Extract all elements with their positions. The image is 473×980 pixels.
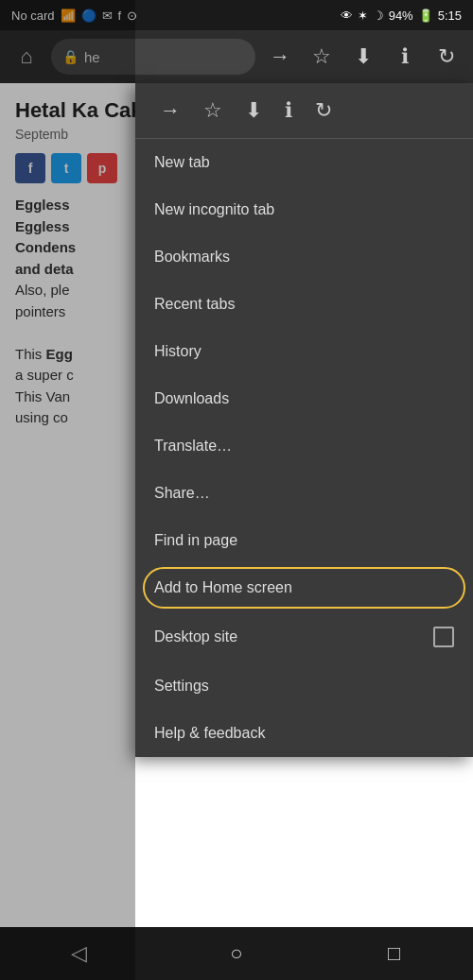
time-text: 5:15 xyxy=(438,9,462,23)
desktop-site-checkbox[interactable] xyxy=(433,627,454,647)
battery-text: 94% xyxy=(389,9,413,23)
bt-icon: ✶ xyxy=(358,9,368,23)
menu-item-history[interactable]: History xyxy=(135,328,473,375)
menu-info-icon[interactable]: ℹ xyxy=(275,93,302,129)
menu-item-recent-tabs[interactable]: Recent tabs xyxy=(135,281,473,328)
menu-item-translate-label: Translate… xyxy=(154,438,232,455)
menu-item-new-incognito-tab[interactable]: New incognito tab xyxy=(135,186,473,233)
menu-item-desktop-site-label: Desktop site xyxy=(154,628,237,645)
moon-icon: ☽ xyxy=(373,9,384,23)
menu-item-settings[interactable]: Settings xyxy=(135,662,473,710)
menu-item-settings-label: Settings xyxy=(154,678,209,695)
menu-item-help-feedback[interactable]: Help & feedback xyxy=(135,710,473,757)
eye-icon: 👁 xyxy=(341,9,353,23)
forward-button[interactable]: → xyxy=(263,44,297,69)
overlay-dim xyxy=(0,0,135,980)
menu-forward-icon[interactable]: → xyxy=(150,93,190,129)
battery-icon: 🔋 xyxy=(418,9,433,23)
menu-item-find-in-page[interactable]: Find in page xyxy=(135,517,473,564)
refresh-button[interactable]: ↻ xyxy=(429,44,464,69)
menu-star-icon[interactable]: ☆ xyxy=(194,93,232,129)
menu-item-share[interactable]: Share… xyxy=(135,470,473,517)
status-right: 👁 ✶ ☽ 94% 🔋 5:15 xyxy=(341,9,462,23)
menu-item-desktop-site[interactable]: Desktop site xyxy=(135,611,473,662)
info-button[interactable]: ℹ xyxy=(388,44,422,69)
menu-item-translate[interactable]: Translate… xyxy=(135,422,473,470)
menu-item-bookmarks-label: Bookmarks xyxy=(154,249,230,266)
menu-item-add-to-home-label: Add to Home screen xyxy=(154,579,292,596)
menu-item-bookmarks[interactable]: Bookmarks xyxy=(135,233,473,281)
dropdown-menu: → ☆ ⬇ ℹ ↻ New tab New incognito tab Book… xyxy=(135,83,473,757)
star-button[interactable]: ☆ xyxy=(305,44,339,69)
menu-download-icon[interactable]: ⬇ xyxy=(236,93,272,129)
menu-item-find-in-page-label: Find in page xyxy=(154,532,237,549)
menu-item-downloads[interactable]: Downloads xyxy=(135,375,473,422)
menu-item-downloads-label: Downloads xyxy=(154,390,229,407)
dropdown-top-icons: → ☆ ⬇ ℹ ↻ xyxy=(135,83,473,139)
home-nav-button[interactable]: ○ xyxy=(208,941,265,966)
menu-item-recent-tabs-label: Recent tabs xyxy=(154,296,235,313)
menu-item-new-tab-label: New tab xyxy=(154,154,210,171)
recent-apps-button[interactable]: □ xyxy=(366,941,423,966)
menu-item-history-label: History xyxy=(154,343,201,360)
menu-item-share-label: Share… xyxy=(154,485,210,502)
menu-item-add-to-home[interactable]: Add to Home screen xyxy=(135,564,473,611)
menu-item-help-feedback-label: Help & feedback xyxy=(154,725,265,742)
menu-refresh-icon[interactable]: ↻ xyxy=(306,93,342,129)
download-button[interactable]: ⬇ xyxy=(346,44,380,69)
menu-item-new-incognito-tab-label: New incognito tab xyxy=(154,201,274,218)
menu-item-new-tab[interactable]: New tab xyxy=(135,139,473,186)
